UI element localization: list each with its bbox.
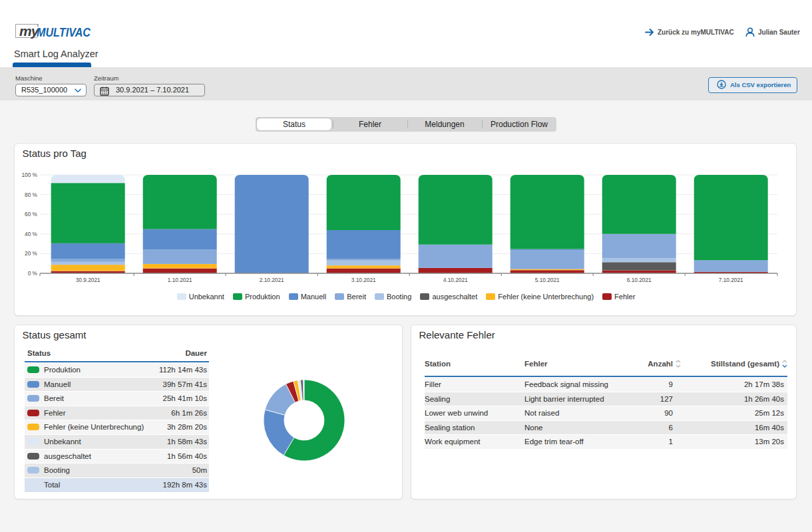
svg-text:60 %: 60 % xyxy=(25,211,38,217)
svg-text:4.10.2021: 4.10.2021 xyxy=(443,277,468,283)
svg-text:0 %: 0 % xyxy=(28,270,38,277)
svg-text:80 %: 80 % xyxy=(25,192,38,198)
svg-text:30.9.2021: 30.9.2021 xyxy=(76,277,101,283)
svg-text:1.10.2021: 1.10.2021 xyxy=(168,277,192,283)
svg-text:2.10.2021: 2.10.2021 xyxy=(260,277,284,283)
svg-text:40 %: 40 % xyxy=(25,231,38,237)
svg-text:20 %: 20 % xyxy=(25,250,38,257)
svg-text:5.10.2021: 5.10.2021 xyxy=(535,277,560,283)
svg-text:100 %: 100 % xyxy=(21,172,37,178)
svg-text:7.10.2021: 7.10.2021 xyxy=(719,277,743,283)
svg-text:3.10.2021: 3.10.2021 xyxy=(351,277,376,283)
svg-text:6.10.2021: 6.10.2021 xyxy=(627,277,652,283)
